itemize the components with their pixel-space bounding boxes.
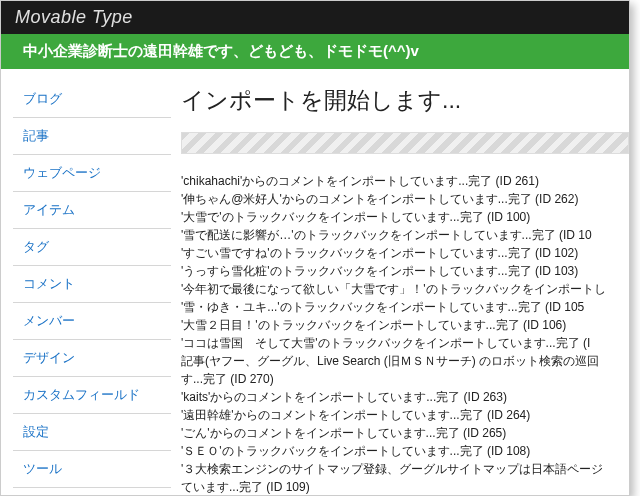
- sidebar: ブログ 記事 ウェブページ アイテム タグ コメント メンバー デザイン カスタ…: [13, 81, 171, 496]
- log-line: 'kaits'からのコメントをインポートしています...完了 (ID 263): [181, 388, 629, 406]
- log-line: '伸ちゃん@米好人'からのコメントをインポートしています...完了 (ID 26…: [181, 190, 629, 208]
- sidebar-item-label: 設定: [23, 424, 49, 439]
- sidebar-item-label: アイテム: [23, 202, 75, 217]
- sidebar-item-tags[interactable]: タグ: [13, 229, 171, 266]
- log-line: 'うっすら雪化粧'のトラックバックをインポートしています...完了 (ID 10…: [181, 262, 629, 280]
- log-line: ています...完了 (ID 109): [181, 478, 629, 496]
- progress-bar: [181, 132, 629, 154]
- log-line: '雪・ゆき・ユキ...'のトラックバックをインポートしています...完了 (ID…: [181, 298, 629, 316]
- sidebar-item-items[interactable]: アイテム: [13, 192, 171, 229]
- log-line: '遠田幹雄'からのコメントをインポートしています...完了 (ID 264): [181, 406, 629, 424]
- sidebar-item-entries[interactable]: 記事: [13, 118, 171, 155]
- sidebar-item-label: ツール: [23, 461, 62, 476]
- sidebar-item-label: ウェブページ: [23, 165, 101, 180]
- sidebar-item-settings[interactable]: 設定: [13, 414, 171, 451]
- log-line: 'ＳＥＯ'のトラックバックをインポートしています...完了 (ID 108): [181, 442, 629, 460]
- sidebar-item-label: ブログ: [23, 91, 62, 106]
- blog-title-bar: 中小企業診断士の遠田幹雄です、どもども、ドモドモ(^^)v: [1, 34, 629, 69]
- sidebar-item-label: タグ: [23, 239, 49, 254]
- log-line: 'ココは雪国 そして大雪'のトラックバックをインポートしています...完了 (I: [181, 334, 629, 352]
- sidebar-item-members[interactable]: メンバー: [13, 303, 171, 340]
- topbar: Movable Type: [1, 1, 629, 34]
- log-line: 'chikahachi'からのコメントをインポートしています...完了 (ID …: [181, 172, 629, 190]
- log-line: す...完了 (ID 270): [181, 370, 629, 388]
- sidebar-item-customfields[interactable]: カスタムフィールド: [13, 377, 171, 414]
- sidebar-item-comments[interactable]: コメント: [13, 266, 171, 303]
- sidebar-item-label: カスタムフィールド: [23, 387, 140, 402]
- brand-text: Movable Type: [15, 7, 133, 27]
- sidebar-item-label: コメント: [23, 276, 75, 291]
- sidebar-item-webpages[interactable]: ウェブページ: [13, 155, 171, 192]
- sidebar-item-label: メンバー: [23, 313, 75, 328]
- log-line: '大雪２日目！'のトラックバックをインポートしています...完了 (ID 106…: [181, 316, 629, 334]
- log-line: 記事(ヤフー、グーグル、Live Search (旧ＭＳＮサーチ) のロボット検…: [181, 352, 629, 370]
- log-line: '大雪で'のトラックバックをインポートしています...完了 (ID 100): [181, 208, 629, 226]
- blog-title: 中小企業診断士の遠田幹雄です、どもども、ドモドモ(^^)v: [23, 42, 419, 59]
- log-line: '雪で配送に影響が…'のトラックバックをインポートしています...完了 (ID …: [181, 226, 629, 244]
- log-line: 'すごい雪ですね'のトラックバックをインポートしています...完了 (ID 10…: [181, 244, 629, 262]
- log-line: 'ごん'からのコメントをインポートしています...完了 (ID 265): [181, 424, 629, 442]
- log-line: '今年初で最後になって欲しい「大雪です」！'のトラックバックをインポートし: [181, 280, 629, 298]
- sidebar-item-tools[interactable]: ツール: [13, 451, 171, 488]
- page-title: インポートを開始します...: [181, 85, 629, 116]
- sidebar-item-label: デザイン: [23, 350, 75, 365]
- sidebar-item-design[interactable]: デザイン: [13, 340, 171, 377]
- sidebar-item-blog[interactable]: ブログ: [13, 81, 171, 118]
- log-line: '３大検索エンジンのサイトマップ登録、グーグルサイトマップは日本語ページ: [181, 460, 629, 478]
- import-log: 'chikahachi'からのコメントをインポートしています...完了 (ID …: [181, 172, 629, 496]
- main-content: インポートを開始します... 'chikahachi'からのコメントをインポート…: [181, 81, 629, 496]
- sidebar-item-label: 記事: [23, 128, 49, 143]
